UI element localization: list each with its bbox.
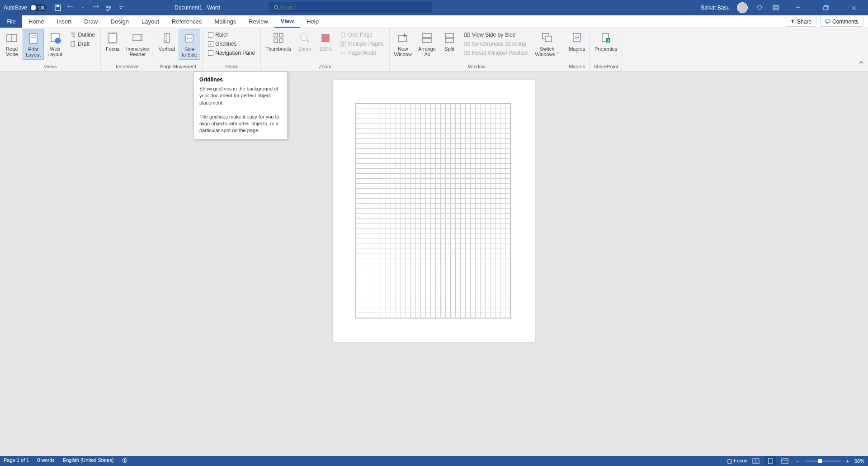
one-page-icon [340, 32, 346, 38]
one-page-button[interactable]: One Page [337, 31, 387, 39]
group-label-immersive: Immersive [103, 63, 152, 70]
focus-mode-icon [727, 459, 732, 464]
tab-mailings[interactable]: Mailings [208, 15, 243, 28]
view-read-mode-icon[interactable] [750, 456, 762, 466]
accessibility-icon[interactable] [122, 457, 128, 465]
svg-rect-42 [422, 38, 431, 43]
status-focus[interactable]: Focus [727, 458, 747, 464]
avatar[interactable] [737, 2, 748, 13]
svg-rect-45 [464, 33, 467, 37]
focus-icon [105, 31, 120, 45]
macros-button[interactable]: Macros˅ [566, 29, 588, 59]
undo-icon[interactable] [66, 3, 75, 12]
svg-point-54 [575, 36, 579, 39]
status-zoom-percent[interactable]: 56% [854, 458, 864, 464]
ruler-checkbox[interactable]: Ruler [205, 31, 258, 39]
switch-windows-button[interactable]: Switch Windows ˅ [532, 29, 562, 59]
print-layout-button[interactable]: Print Layout [23, 29, 44, 60]
status-language[interactable]: English (United States) [63, 457, 114, 465]
svg-rect-64 [782, 459, 788, 463]
tab-home[interactable]: Home [22, 15, 51, 28]
view-print-layout-icon[interactable] [764, 456, 776, 466]
group-label-sharepoint: SharePoint [592, 63, 620, 70]
vertical-button[interactable]: Vertical [156, 29, 178, 53]
view-side-by-side-button[interactable]: View Side by Side [461, 31, 530, 39]
multiple-pages-button[interactable]: Multiple Pages [337, 40, 387, 48]
status-words[interactable]: 0 words [37, 457, 55, 465]
zoom-thumb[interactable] [818, 459, 822, 463]
reset-window-position-button[interactable]: Reset Window Position [461, 49, 530, 57]
reset-position-icon [464, 50, 470, 56]
tab-view[interactable]: View [274, 15, 300, 28]
close-button[interactable] [844, 0, 864, 15]
search-box[interactable] [269, 2, 432, 13]
document-canvas[interactable] [0, 71, 868, 456]
read-mode-button[interactable]: Read Mode [2, 29, 22, 59]
svg-line-34 [307, 40, 309, 43]
zoom-out-button[interactable]: − [793, 458, 802, 464]
svg-rect-60 [728, 460, 731, 463]
status-page[interactable]: Page 1 of 1 [4, 457, 29, 465]
zoom-in-button[interactable]: + [844, 458, 852, 464]
restore-button[interactable] [816, 0, 836, 15]
spellcheck-icon[interactable]: abc [104, 3, 113, 12]
autosave-toggle[interactable]: Off [30, 4, 46, 11]
group-views: Read Mode Print Layout Web Layout Outlin… [0, 28, 101, 71]
svg-rect-41 [422, 33, 431, 38]
minimize-button[interactable] [788, 0, 808, 15]
svg-rect-8 [825, 5, 828, 9]
tab-draw[interactable]: Draw [78, 15, 104, 28]
thumbnails-button[interactable]: Thumbnails [263, 29, 294, 53]
hundred-percent-button[interactable]: 100% [316, 29, 335, 53]
redo-icon[interactable] [91, 3, 100, 12]
synchronous-scrolling-button[interactable]: Synchronous Scrolling [461, 40, 530, 48]
tab-references[interactable]: References [165, 15, 208, 28]
navigation-pane-checkbox[interactable]: Navigation Pane [205, 49, 258, 57]
undo-dropdown-icon[interactable] [79, 3, 88, 12]
arrange-all-button[interactable]: Arrange All [415, 29, 439, 59]
tab-design[interactable]: Design [104, 15, 135, 28]
tab-layout[interactable]: Layout [135, 15, 165, 28]
share-button[interactable]: Share [785, 17, 816, 27]
svg-rect-55 [602, 33, 609, 42]
web-layout-button[interactable]: Web Layout [45, 29, 65, 59]
svg-rect-46 [467, 33, 470, 37]
zoom-button[interactable]: Zoom [295, 29, 315, 53]
side-to-side-button[interactable]: Side to Side [179, 29, 200, 60]
draft-button[interactable]: Draft [67, 40, 98, 48]
diamond-icon[interactable] [755, 3, 764, 12]
tab-review[interactable]: Review [242, 15, 274, 28]
qat-customize-icon[interactable] [117, 3, 126, 12]
svg-rect-9 [824, 6, 827, 10]
draft-icon [70, 41, 76, 47]
tab-insert[interactable]: Insert [51, 15, 78, 28]
split-icon [442, 31, 457, 45]
gridlines-checkbox[interactable]: ✓Gridlines [205, 40, 258, 48]
page-width-button[interactable]: Page Width [337, 49, 387, 57]
svg-rect-47 [464, 42, 467, 46]
save-icon[interactable] [53, 3, 62, 12]
tab-help[interactable]: Help [300, 15, 325, 28]
svg-text:S: S [607, 38, 609, 43]
split-button[interactable]: Split [439, 29, 459, 53]
svg-rect-24 [109, 33, 116, 43]
tab-file[interactable]: File [0, 15, 22, 28]
user-name[interactable]: Saikat Basu [701, 5, 730, 11]
properties-button[interactable]: SProperties [592, 29, 620, 53]
document-page[interactable] [333, 80, 535, 342]
app-mode-icon[interactable] [771, 3, 780, 12]
immersive-reader-button[interactable]: Immersive Reader [123, 29, 152, 59]
svg-line-10 [852, 5, 856, 10]
group-label-page-movement: Page Movement [156, 63, 200, 70]
autosave-control[interactable]: AutoSave Off [0, 4, 50, 11]
focus-button[interactable]: Focus [103, 29, 123, 53]
search-input[interactable] [279, 5, 427, 11]
macros-icon [570, 31, 584, 45]
collapse-ribbon-icon[interactable] [854, 56, 868, 71]
outline-button[interactable]: Outline [67, 31, 98, 39]
view-web-layout-icon[interactable] [779, 456, 791, 466]
comments-button[interactable]: Comments [820, 17, 863, 27]
new-window-button[interactable]: New Window [392, 29, 415, 59]
svg-rect-39 [344, 42, 345, 46]
zoom-slider[interactable] [805, 461, 841, 462]
